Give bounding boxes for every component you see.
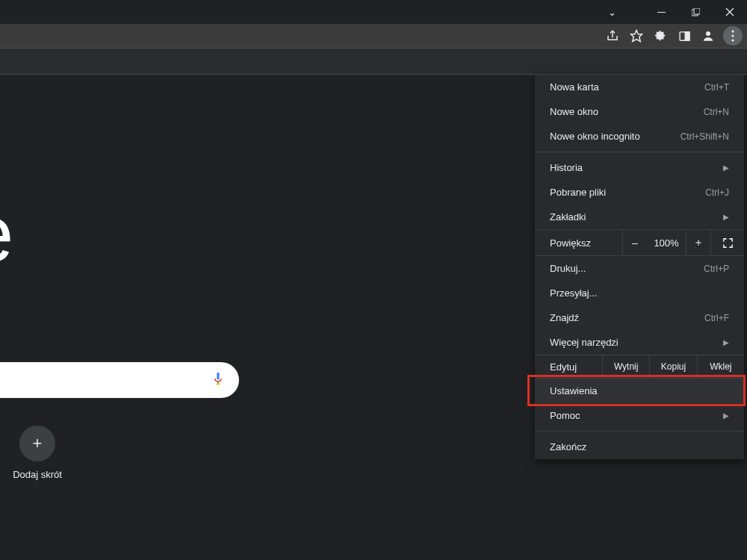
svg-point-11 bbox=[731, 39, 734, 41]
menu-item-label: Pomoc bbox=[550, 410, 580, 421]
fullscreen-button[interactable] bbox=[710, 230, 744, 255]
zoom-percent: 100% bbox=[647, 230, 686, 255]
menu-item-label: Nowe okno incognito bbox=[550, 131, 640, 142]
menu-item-shortcut: Ctrl+P bbox=[704, 264, 729, 274]
menu-zoom-row: Powiększ – 100% ＋ bbox=[535, 229, 744, 256]
menu-separator bbox=[535, 431, 744, 432]
chrome-menu: Nowa karta Ctrl+T Nowe okno Ctrl+N Nowe … bbox=[535, 75, 744, 459]
menu-new-window[interactable]: Nowe okno Ctrl+N bbox=[535, 99, 744, 124]
menu-exit[interactable]: Zakończ bbox=[535, 435, 744, 459]
zoom-out-button[interactable]: – bbox=[622, 230, 647, 255]
page-content: Google + Dodaj skrót Nowa karta Ctrl+T N… bbox=[0, 75, 747, 560]
menu-item-label: Nowa karta bbox=[550, 81, 599, 93]
menu-item-label: Więcej narzędzi bbox=[550, 337, 619, 348]
menu-item-label: Znajdź bbox=[550, 312, 579, 323]
menu-new-tab[interactable]: Nowa karta Ctrl+T bbox=[535, 75, 744, 99]
share-icon[interactable] bbox=[604, 27, 622, 45]
add-shortcut-label: Dodaj skrót bbox=[0, 469, 75, 480]
side-panel-icon[interactable] bbox=[675, 27, 693, 45]
menu-item-shortcut: Ctrl+F bbox=[704, 313, 729, 323]
svg-rect-2 bbox=[694, 8, 700, 14]
svg-rect-12 bbox=[217, 373, 219, 380]
menu-separator bbox=[535, 152, 744, 152]
menu-paste-button[interactable]: Wklej bbox=[697, 355, 744, 378]
extensions-icon[interactable] bbox=[651, 27, 669, 45]
menu-item-shortcut: Ctrl+N bbox=[704, 107, 729, 117]
menu-downloads[interactable]: Pobrane pliki Ctrl+J bbox=[535, 180, 744, 205]
menu-item-shortcut: Ctrl+T bbox=[704, 82, 729, 93]
window-titlebar: ⌄ bbox=[0, 0, 747, 24]
menu-item-label: Drukuj... bbox=[550, 263, 586, 274]
profile-avatar-icon[interactable] bbox=[699, 27, 717, 45]
menu-item-label: Zakładki bbox=[550, 211, 586, 223]
submenu-arrow-icon: ▶ bbox=[723, 411, 729, 420]
svg-point-8 bbox=[706, 31, 710, 36]
menu-help[interactable]: Pomoc ▶ bbox=[535, 403, 744, 428]
google-logo: Google bbox=[0, 187, 9, 280]
svg-marker-5 bbox=[631, 31, 642, 42]
window-minimize-button[interactable] bbox=[644, 0, 678, 24]
svg-rect-7 bbox=[685, 31, 689, 40]
menu-more-tools[interactable]: Więcej narzędzi ▶ bbox=[535, 330, 744, 355]
search-box[interactable] bbox=[0, 362, 239, 398]
voice-search-icon[interactable] bbox=[211, 369, 239, 391]
menu-print[interactable]: Drukuj... Ctrl+P bbox=[535, 256, 744, 281]
submenu-arrow-icon: ▶ bbox=[723, 213, 729, 221]
chrome-menu-button[interactable] bbox=[723, 26, 743, 46]
search-input[interactable] bbox=[0, 372, 211, 388]
zoom-in-button[interactable]: ＋ bbox=[686, 230, 710, 255]
menu-item-label: Pobrane pliki bbox=[550, 187, 606, 198]
menu-edit-row: Edytuj Wytnij Kopiuj Wklej bbox=[535, 355, 744, 379]
submenu-arrow-icon: ▶ bbox=[723, 164, 729, 172]
menu-cut-button[interactable]: Wytnij bbox=[602, 355, 649, 378]
menu-item-label: Zakończ bbox=[550, 441, 586, 452]
menu-bookmarks[interactable]: Zakładki ▶ bbox=[535, 205, 744, 229]
menu-item-shortcut: Ctrl+Shift+N bbox=[681, 131, 729, 142]
add-shortcut-tile[interactable]: + Dodaj skrót bbox=[0, 426, 75, 480]
menu-item-label: Przesyłaj... bbox=[550, 287, 598, 299]
bookmarks-bar-strip bbox=[0, 49, 747, 75]
tabs-chevron-icon[interactable]: ⌄ bbox=[595, 7, 629, 18]
menu-copy-button[interactable]: Kopiuj bbox=[649, 355, 696, 378]
menu-item-label: Nowe okno bbox=[550, 106, 598, 117]
browser-toolbar bbox=[0, 24, 747, 49]
submenu-arrow-icon: ▶ bbox=[723, 338, 729, 346]
menu-cast[interactable]: Przesyłaj... bbox=[535, 281, 744, 305]
menu-item-label: Historia bbox=[550, 162, 583, 173]
menu-item-label: Ustawienia bbox=[550, 385, 598, 396]
menu-history[interactable]: Historia ▶ bbox=[535, 155, 744, 180]
svg-point-9 bbox=[731, 30, 734, 32]
svg-point-10 bbox=[731, 34, 734, 37]
plus-icon: + bbox=[19, 426, 55, 461]
window-maximize-button[interactable] bbox=[678, 0, 713, 24]
menu-incognito[interactable]: Nowe okno incognito Ctrl+Shift+N bbox=[535, 124, 744, 149]
zoom-label: Powiększ bbox=[535, 237, 622, 249]
bookmark-star-icon[interactable] bbox=[627, 27, 645, 45]
window-close-button[interactable] bbox=[713, 0, 747, 24]
menu-settings[interactable]: Ustawienia bbox=[535, 379, 744, 403]
menu-edit-label: Edytuj bbox=[535, 361, 602, 373]
menu-item-shortcut: Ctrl+J bbox=[705, 187, 729, 198]
menu-find[interactable]: Znajdź Ctrl+F bbox=[535, 305, 744, 330]
